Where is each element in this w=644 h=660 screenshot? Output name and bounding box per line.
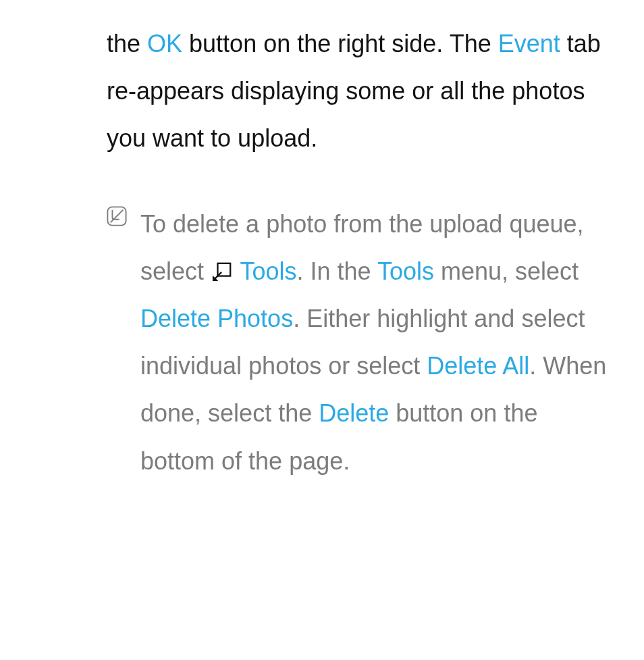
document-page: the OK button on the right side. The Eve…	[0, 0, 644, 660]
note-icon	[107, 206, 127, 226]
delete-button-label: Delete	[319, 399, 389, 427]
text-segment: the	[107, 30, 147, 57]
note-block: To delete a photo from the upload queue,…	[107, 201, 610, 485]
note-text: To delete a photo from the upload queue,…	[140, 201, 610, 485]
delete-photos-label: Delete Photos	[140, 305, 293, 332]
paragraph-continuation: the OK button on the right side. The Eve…	[107, 20, 610, 163]
tools-label: Tools	[240, 257, 296, 285]
ok-label: OK	[147, 30, 182, 57]
delete-all-label: Delete All	[427, 352, 529, 380]
tools-menu-label: Tools	[377, 257, 434, 285]
event-label: Event	[498, 30, 560, 57]
text-segment: menu, select	[434, 257, 579, 285]
external-window-arrow-icon	[212, 250, 232, 270]
text-segment: button on the right side. The	[182, 30, 498, 57]
text-segment: . In the	[296, 257, 377, 285]
